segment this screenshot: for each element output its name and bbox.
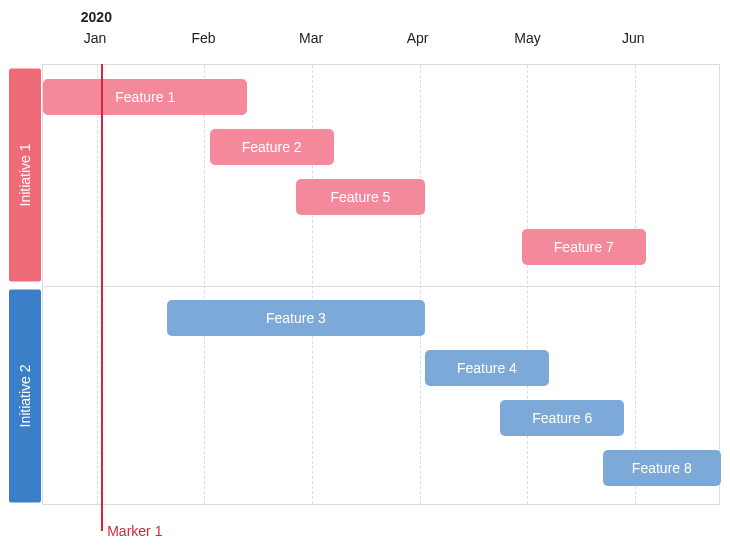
bar-label: Feature 2	[242, 139, 302, 155]
bar-feature-6[interactable]: Feature 6	[500, 400, 624, 436]
month-label: Apr	[407, 30, 429, 46]
bar-label: Feature 1	[115, 89, 175, 105]
month-label: Mar	[299, 30, 323, 46]
gridline	[97, 65, 98, 504]
bar-feature-4[interactable]: Feature 4	[425, 350, 549, 386]
bar-feature-7[interactable]: Feature 7	[522, 229, 646, 265]
marker-label: Marker 1	[107, 523, 162, 539]
marker-line[interactable]	[101, 64, 103, 531]
swimlane-initiative-1[interactable]: Initiative 1	[9, 69, 41, 282]
month-label: Feb	[191, 30, 215, 46]
bar-label: Feature 3	[266, 310, 326, 326]
gridline	[527, 65, 528, 504]
bar-feature-8[interactable]: Feature 8	[603, 450, 721, 486]
bar-label: Feature 8	[632, 460, 692, 476]
month-label: Jun	[622, 30, 645, 46]
swimlane-initiative-2[interactable]: Initiative 2	[9, 290, 41, 503]
gridline	[204, 65, 205, 504]
bar-feature-1[interactable]: Feature 1	[43, 79, 247, 115]
time-axis-header: 2020 JanFebMarAprMayJun	[42, 0, 720, 64]
bar-label: Feature 7	[554, 239, 614, 255]
month-label: Jan	[84, 30, 107, 46]
year-label: 2020	[81, 9, 112, 25]
month-label: May	[514, 30, 540, 46]
bar-feature-3[interactable]: Feature 3	[167, 300, 425, 336]
bar-feature-5[interactable]: Feature 5	[296, 179, 425, 215]
bar-label: Feature 5	[330, 189, 390, 205]
plot-area: Initiative 1Initiative 2Feature 1Feature…	[42, 64, 720, 505]
swimlane-divider	[43, 286, 719, 287]
gridline	[635, 65, 636, 504]
gantt-chart: 2020 JanFebMarAprMayJun Initiative 1Init…	[0, 0, 730, 545]
bar-label: Feature 6	[532, 410, 592, 426]
gridline	[420, 65, 421, 504]
bar-feature-2[interactable]: Feature 2	[210, 129, 334, 165]
bar-label: Feature 4	[457, 360, 517, 376]
